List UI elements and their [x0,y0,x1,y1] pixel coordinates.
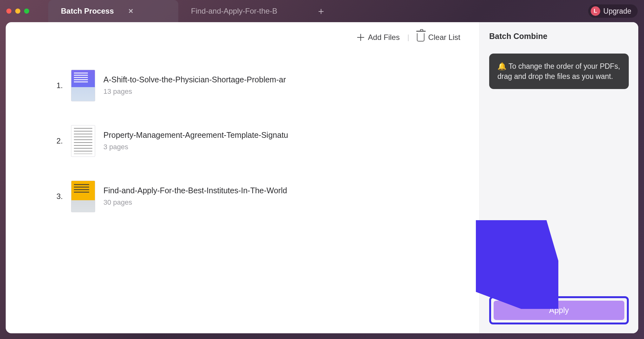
add-files-label: Add Files [368,33,400,42]
new-tab-button[interactable]: ＋ [308,5,334,18]
close-window-button[interactable] [6,9,11,14]
file-thumbnail [71,181,95,212]
file-meta: A-Shift-to-Solve-the-Physician-Shortage-… [103,75,286,96]
file-list-panel: Add Files | Clear List 1. A-Shift-to-Sol… [6,22,480,333]
apply-highlight: Apply [489,296,629,324]
file-name: Property-Management-Agreement-Template-S… [103,131,288,140]
minimize-window-button[interactable] [15,9,20,14]
row-index: 1. [50,81,63,90]
maximize-window-button[interactable] [24,9,29,14]
tab-label: Find-and-Apply-For-the-B [191,7,277,16]
list-item[interactable]: 3. Find-and-Apply-For-the-Best-Institute… [50,169,467,224]
file-meta: Find-and-Apply-For-the-Best-Institutes-I… [103,186,287,207]
window-controls [6,9,29,14]
row-index: 2. [50,137,63,145]
file-pages: 13 pages [103,87,286,96]
divider: | [407,33,409,42]
apply-wrap: Apply [489,296,629,324]
file-thumbnail [71,125,95,157]
clear-list-label: Clear List [428,33,460,42]
close-tab-icon[interactable]: ✕ [128,7,134,15]
file-name: Find-and-Apply-For-the-Best-Institutes-I… [103,186,287,195]
plus-icon [357,34,364,41]
row-index: 3. [50,192,63,201]
titlebar: Batch Process ✕ Find-and-Apply-For-the-B… [0,0,644,22]
add-files-button[interactable]: Add Files [357,33,400,42]
clear-list-button[interactable]: Clear List [417,33,460,42]
tab-find-and-apply[interactable]: Find-and-Apply-For-the-B [178,0,308,22]
trash-icon [417,33,424,42]
main-window: Add Files | Clear List 1. A-Shift-to-Sol… [6,22,638,333]
apply-button[interactable]: Apply [494,301,624,320]
file-pages: 3 pages [103,143,288,151]
options-panel: Batch Combine 🔔 To change the order of y… [480,22,638,333]
file-pages: 30 pages [103,198,287,207]
file-thumbnail [71,70,95,101]
tip-box: 🔔 To change the order of your PDFs, drag… [489,54,629,89]
list-item[interactable]: 1. A-Shift-to-Solve-the-Physician-Shorta… [50,58,467,113]
list-item[interactable]: 2. Property-Management-Agreement-Templat… [50,113,467,169]
actions-bar: Add Files | Clear List [6,22,479,45]
file-list: 1. A-Shift-to-Solve-the-Physician-Shorta… [6,45,479,224]
avatar: L [591,6,600,16]
upgrade-button[interactable]: L Upgrade [588,4,638,18]
tabs: Batch Process ✕ Find-and-Apply-For-the-B… [48,0,334,22]
tab-label: Batch Process [61,7,114,16]
tab-batch-process[interactable]: Batch Process ✕ [48,0,178,22]
upgrade-label: Upgrade [603,7,631,16]
file-name: A-Shift-to-Solve-the-Physician-Shortage-… [103,75,286,84]
panel-title: Batch Combine [489,32,629,41]
file-meta: Property-Management-Agreement-Template-S… [103,131,288,151]
